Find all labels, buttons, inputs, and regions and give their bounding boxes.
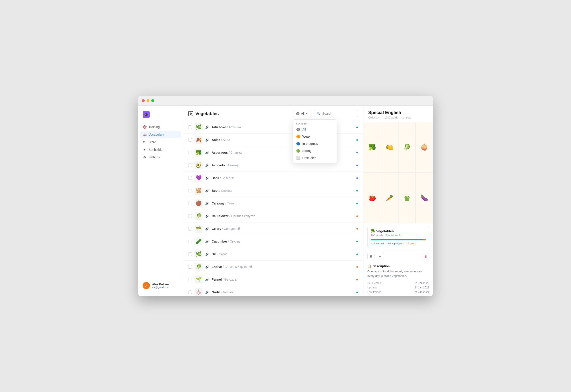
sound-button[interactable]: 🔊 (205, 252, 209, 256)
row-checkbox[interactable] (188, 265, 192, 269)
word-term: Cauliflower / Цветная капуста (212, 214, 353, 218)
app-body: 🎓 🎯 Training 📖 Vocabulary 🛍 Store ✦ Se (138, 106, 433, 296)
all-filter-icon: 🔘 (296, 128, 300, 131)
row-checkbox[interactable] (188, 126, 192, 129)
sound-button[interactable]: 🔊 (205, 265, 209, 269)
word-term: Caraway / Тмин (212, 202, 353, 205)
edit-set-button[interactable]: ✏ (377, 253, 384, 260)
row-checkbox[interactable] (188, 176, 192, 180)
status-badge: ● (356, 189, 358, 193)
veggie-cell-5: 🍅 (364, 173, 381, 223)
table-row: 🫚 🔊 Beet / Свекла ● (183, 184, 363, 197)
sound-button[interactable]: 🔊 (205, 138, 209, 142)
filter-strong-label: Strong (302, 149, 311, 153)
sidebar-item-vocabulary[interactable]: 📖 Vocabulary (140, 131, 181, 138)
sound-button[interactable]: 🔊 (205, 227, 209, 231)
table-row: 🧄 🔊 Garlic / Чеснок ● (183, 286, 363, 296)
filter-icon: 🔘 (296, 112, 300, 115)
veggie-cell-8: 🍆 (416, 173, 433, 223)
sidebar-item-settings-label: Settings (149, 155, 160, 159)
word-image: 💜 (195, 174, 203, 182)
row-checkbox[interactable] (188, 151, 192, 154)
sound-button[interactable]: 🔊 (205, 176, 209, 180)
sound-button[interactable]: 🔊 (205, 240, 209, 243)
sound-button[interactable]: 🔊 (205, 290, 209, 294)
sound-button[interactable]: 🔊 (205, 164, 209, 167)
filter-option-weak[interactable]: 🟠 Weak (293, 133, 337, 140)
set-builder-icon: ✦ (143, 148, 146, 152)
filter-button[interactable]: 🔘 All ▾ (293, 110, 311, 117)
row-checkbox[interactable] (188, 290, 192, 294)
words-count: 1580 words (384, 116, 398, 119)
set-actions: ⊞ ✏ 🗑 (364, 251, 433, 262)
row-checkbox[interactable] (188, 138, 192, 142)
sidebar-item-set-builder[interactable]: ✦ Set builder (140, 146, 181, 153)
filter-option-in-progress[interactable]: 🔵 In progress (293, 140, 337, 147)
add-set-button[interactable]: ⊞ (367, 253, 375, 260)
meta-sep-1: | (382, 116, 383, 119)
row-checkbox[interactable] (188, 214, 192, 218)
row-checkbox[interactable] (188, 202, 192, 205)
table-row: 🌱 🔊 Fennel / Фенхель ● (183, 273, 363, 286)
table-row: 🟤 🔊 Caraway / Тмин ● (183, 197, 363, 210)
search-icon: 🔍 (317, 112, 320, 115)
status-badge: ● (356, 227, 358, 231)
table-row: 🌿 🔊 Dill / Укроп ● (183, 248, 363, 261)
row-checkbox[interactable] (188, 164, 192, 167)
word-term: Cucumber / Огурец (212, 240, 353, 243)
description-icon: 📋 (367, 264, 371, 268)
sidebar-footer: A Alex Kulikov me@gmail.com (138, 278, 183, 293)
filter-option-strong[interactable]: 🟢 Strong (293, 147, 337, 154)
filter-label: All (301, 112, 304, 115)
search-input[interactable] (322, 112, 361, 115)
strong-filter-icon: 🟢 (296, 149, 300, 153)
panel-title: Special English (368, 110, 428, 115)
main-header: ⊕ Vegetables 🔘 All ▾ Sort by (183, 106, 363, 121)
sound-button[interactable]: 🔊 (205, 278, 209, 281)
row-checkbox[interactable] (188, 189, 192, 192)
status-badge: ● (356, 125, 358, 129)
in-progress-stat: • 96 In progress (387, 242, 404, 245)
word-term: Basil / Базилик (212, 176, 353, 180)
add-section-button[interactable]: ⊕ (188, 111, 193, 116)
user-details: Alex Kulikov me@gmail.com (152, 283, 169, 289)
maximize-button[interactable] (151, 99, 154, 102)
filter-weak-label: Weak (302, 135, 310, 138)
sidebar-item-store[interactable]: 🛍 Store (140, 139, 181, 146)
table-row: 🥒 🔊 Cucumber / Огурец ● (183, 235, 363, 248)
description-section: 📋 Description One type of food that near… (364, 262, 433, 296)
set-card-sub: 100 words | Special english (371, 234, 426, 237)
sidebar-item-vocabulary-label: Vocabulary (149, 133, 164, 136)
word-image: 🥬 (195, 212, 203, 220)
close-button[interactable] (142, 99, 145, 102)
row-checkbox[interactable] (188, 278, 192, 281)
user-email: me@gmail.com (152, 286, 169, 289)
word-image: 🥬 (195, 263, 203, 271)
sidebar-item-training[interactable]: 🎯 Training (140, 123, 181, 130)
description-text: One type of food that nearly everyone ea… (367, 269, 429, 278)
sound-button[interactable]: 🔊 (205, 126, 209, 129)
row-checkbox[interactable] (188, 227, 192, 231)
updated-value: 24 Jan 2021 (414, 286, 429, 289)
learned-stat: • 24 learned (371, 242, 384, 245)
filter-option-unstudied[interactable]: ⬜ Unstudied (293, 154, 337, 161)
main-content: ⊕ Vegetables 🔘 All ▾ Sort by (183, 106, 363, 296)
row-checkbox[interactable] (188, 240, 192, 243)
sound-button[interactable]: 🔊 (205, 202, 209, 205)
word-term: Avocado / Авокадо (212, 164, 353, 167)
word-image: 🌱 (195, 276, 203, 283)
filter-option-all[interactable]: 🔘 All (293, 126, 337, 133)
sound-button[interactable]: 🔊 (205, 214, 209, 218)
minimize-button[interactable] (147, 99, 150, 102)
delete-set-button[interactable]: 🗑 (422, 253, 429, 260)
status-badge: ● (356, 290, 358, 294)
filter-btn-wrap: 🔘 All ▾ Sort by 🔘 All 🟠 (293, 110, 311, 117)
sound-button[interactable]: 🔊 (205, 151, 209, 154)
sidebar-item-set-builder-label: Set builder (149, 148, 164, 152)
sound-button[interactable]: 🔊 (205, 189, 209, 192)
chevron-down-icon: ▾ (306, 112, 308, 115)
set-created-key: Set created (367, 281, 381, 285)
description-title: 📋 Description (367, 264, 429, 268)
sidebar-item-settings[interactable]: ⚙ Settings (140, 154, 181, 161)
row-checkbox[interactable] (188, 252, 192, 256)
